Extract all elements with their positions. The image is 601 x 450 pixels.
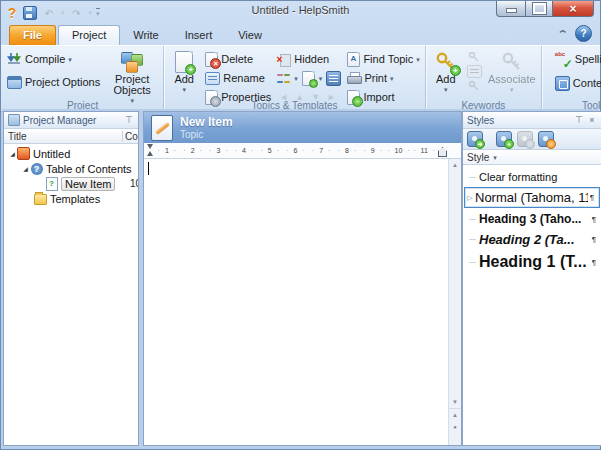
style-item-normal[interactable]: ▷ Normal (Tahoma, 11,... ¶ xyxy=(464,187,600,208)
rename-icon xyxy=(205,72,220,85)
tree-item-untitled[interactable]: ◢ Untitled xyxy=(4,146,138,161)
help-button[interactable]: ? xyxy=(575,25,592,42)
topic-icon: ? xyxy=(45,178,58,190)
tree-item-templates[interactable]: Templates xyxy=(4,191,138,206)
add-style-icon[interactable]: + xyxy=(496,131,512,147)
add-topic-button[interactable]: + Add ▾ xyxy=(169,48,199,105)
keyword-rename-icon[interactable] xyxy=(467,65,482,78)
tab-write[interactable]: Write xyxy=(120,26,171,45)
redo-dropdown-icon[interactable]: ▾ xyxy=(89,9,93,17)
compile-button[interactable]: Compile ▾ xyxy=(7,51,100,67)
redo-icon[interactable]: ↷ xyxy=(69,6,85,20)
style-item-label: Heading 1 (T... xyxy=(479,253,590,271)
toc-icon: ? xyxy=(30,163,43,175)
topic-type-label: Topic xyxy=(180,129,233,140)
right-indent-marker-icon[interactable] xyxy=(438,147,447,157)
ribbon: Compile ▾ Project Options Project Object… xyxy=(1,45,600,112)
style-column-label: Style xyxy=(467,152,489,163)
project-manager-column-headers[interactable]: Title Co xyxy=(4,129,138,144)
style-item-heading3[interactable]: Heading 3 (Taho... ¶ xyxy=(463,209,601,229)
pin-icon[interactable]: ⊤ xyxy=(124,115,134,125)
editor-scrollbar[interactable]: ▲ ▼ ▲ ● xyxy=(448,159,461,445)
delete-style-icon[interactable] xyxy=(517,131,533,147)
project-tree: ◢ Untitled ◢ ? Table of Contents ? New I… xyxy=(4,144,138,206)
print-button[interactable]: Print ▾ xyxy=(347,70,419,86)
nav-previous-icon[interactable]: ▲ xyxy=(449,409,461,421)
tab-project[interactable]: Project xyxy=(58,25,120,45)
hidden-icon: × xyxy=(277,53,291,66)
undo-icon[interactable]: ↶ xyxy=(41,6,57,20)
delete-button[interactable]: × Delete xyxy=(205,51,271,67)
tab-insert[interactable]: Insert xyxy=(172,26,226,45)
find-topic-icon: A xyxy=(347,52,360,67)
keyword-tool-icon[interactable] xyxy=(467,80,482,92)
chevron-down-icon: ▾ xyxy=(182,86,186,93)
tree-item-new-item[interactable]: ? New Item 10 xyxy=(4,176,138,191)
scroll-up-icon[interactable]: ▲ xyxy=(449,159,461,171)
column-title[interactable]: Title xyxy=(4,131,122,142)
project-objects-button[interactable]: Project Objects ▾ xyxy=(106,48,158,104)
scroll-track[interactable] xyxy=(449,171,461,396)
tree-item-table-of-contents[interactable]: ◢ ? Table of Contents xyxy=(4,161,138,176)
project-options-button[interactable]: Project Options xyxy=(7,74,100,90)
tree-item-label: Table of Contents xyxy=(46,163,132,175)
maximize-button[interactable] xyxy=(526,1,553,17)
folder-icon xyxy=(34,193,47,205)
maximize-icon xyxy=(533,3,546,14)
delete-icon: × xyxy=(205,52,218,67)
close-panel-icon[interactable]: × xyxy=(587,115,597,125)
project-options-label: Project Options xyxy=(25,76,100,88)
topic-title: New Item xyxy=(180,116,233,129)
style-column-header[interactable]: Style ▾ xyxy=(463,150,601,165)
edit-style-icon[interactable] xyxy=(538,131,554,147)
hidden-button[interactable]: × Hidden xyxy=(277,51,341,67)
project-options-icon xyxy=(7,76,22,89)
helpsmith-app-icon[interactable]: ? xyxy=(5,6,19,20)
style-item-clear-formatting[interactable]: Clear formatting xyxy=(463,168,601,186)
minimize-button[interactable] xyxy=(496,1,526,17)
add-keyword-button[interactable]: + Add ▾ xyxy=(431,48,461,99)
main-area: Project Manager ⊤ Title Co ◢ Untitled ◢ … xyxy=(2,109,599,448)
apply-style-icon[interactable]: ➜ xyxy=(467,131,483,147)
indent-marker-icon[interactable] xyxy=(147,144,154,156)
scroll-down-icon[interactable]: ▼ xyxy=(449,396,461,408)
topic-template-icon[interactable] xyxy=(302,71,315,86)
nav-browse-icon[interactable]: ● xyxy=(449,421,461,433)
ruler-number: 5 xyxy=(257,143,283,158)
tree-expander-icon[interactable]: ◢ xyxy=(8,150,17,157)
tab-view[interactable]: View xyxy=(225,26,275,45)
project-objects-icon xyxy=(120,51,144,73)
column-context[interactable]: Co xyxy=(122,131,138,142)
add-keyword-icon: + xyxy=(435,51,457,73)
chevron-down-icon[interactable]: ▾ xyxy=(319,75,323,82)
style-item-heading2[interactable]: Heading 2 (Ta... ¶ xyxy=(463,229,601,250)
editor-surface[interactable]: ▲ ▼ ▲ ● xyxy=(144,159,461,445)
keyword-tool-icon[interactable] xyxy=(467,51,482,63)
close-button[interactable]: × xyxy=(553,1,594,17)
context-tool-button[interactable]: Context Tool ▾ xyxy=(555,75,601,91)
helpsmith-window: ? ↶ ▾ ↷ ▾ ▾ Untitled - HelpSmith × File … xyxy=(0,0,601,450)
spelling-button[interactable]: abc✓ Spelling ▾ xyxy=(555,51,601,67)
topic-status-icon[interactable] xyxy=(277,72,290,85)
tab-file[interactable]: File xyxy=(9,25,56,45)
save-icon[interactable] xyxy=(23,6,37,20)
ribbon-tab-row: File Project Write Insert View ⌃ ? xyxy=(1,23,600,45)
qat-customize-icon[interactable]: ▾ xyxy=(96,8,100,18)
chevron-down-icon[interactable]: ▾ xyxy=(294,75,298,82)
associate-button[interactable]: Associate ▾ xyxy=(488,48,536,99)
rename-button[interactable]: Rename xyxy=(205,70,271,86)
style-item-heading1[interactable]: Heading 1 (T... ¶ xyxy=(463,250,601,274)
styles-list: Clear formatting ▷ Normal (Tahoma, 11,..… xyxy=(463,165,601,445)
find-topic-button[interactable]: A Find Topic ▾ xyxy=(347,51,419,67)
arrange-icon[interactable] xyxy=(326,71,341,86)
style-expander-icon[interactable]: ▷ xyxy=(467,194,475,202)
tree-expander-icon[interactable]: ◢ xyxy=(21,165,30,172)
context-number: 10 xyxy=(130,178,138,189)
ruler-number: 11 xyxy=(411,143,437,158)
styles-toolbar: ➜ + xyxy=(463,129,601,150)
undo-dropdown-icon[interactable]: ▾ xyxy=(61,9,65,17)
pin-icon[interactable]: ⊤ xyxy=(574,115,584,125)
rename-label: Rename xyxy=(223,72,265,84)
minimize-ribbon-icon[interactable]: ⌃ xyxy=(557,29,569,39)
paragraph-marker-icon: ¶ xyxy=(590,193,594,202)
